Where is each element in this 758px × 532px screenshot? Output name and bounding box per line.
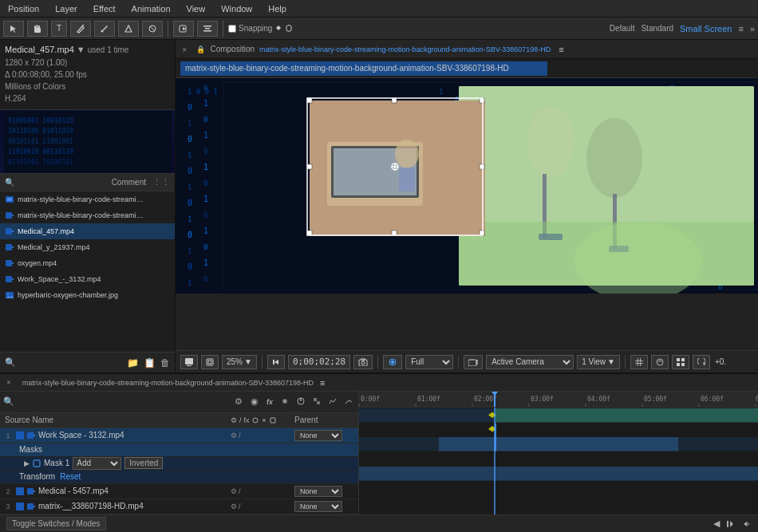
list-item[interactable]: matrix-style-blue-binary-code-streaming-… (0, 191, 175, 207)
mask-mode-select[interactable]: Add Subtract Intersect None (73, 457, 121, 470)
table-row[interactable]: 1 Work Space - 3132.mp4 ⚙ / None (0, 428, 358, 443)
roto-tool[interactable] (142, 21, 163, 37)
resolution-arrow: ▼ (244, 357, 252, 366)
comp-name-input[interactable] (180, 61, 547, 76)
list-item[interactable]: oxygen.mp4 (0, 255, 175, 271)
timeline-tab-close[interactable]: × (6, 378, 11, 387)
view-layout-btn[interactable]: 1 View ▼ (577, 355, 620, 369)
timeline-toolbar-graph-editor[interactable] (326, 396, 339, 408)
track-area (359, 408, 758, 514)
region-of-interest-btn[interactable] (201, 355, 219, 369)
layer-mute-btn[interactable]: / (239, 487, 241, 495)
snapping-checkbox[interactable] (228, 25, 236, 33)
timeline-toolbar-fx[interactable]: fx (264, 396, 275, 408)
menu-help[interactable]: Help (265, 2, 290, 15)
comp-preview-btn[interactable] (180, 355, 198, 369)
list-item[interactable]: hyperbaric-oxygen-chamber.jpg (0, 287, 175, 303)
svg-rect-128 (307, 98, 312, 103)
prev-frame-icon[interactable]: ◀ (713, 518, 720, 529)
timeline-toolbar-curves[interactable] (342, 396, 355, 408)
separator-2 (223, 21, 223, 37)
dropdown-icon[interactable]: ▼ (77, 45, 85, 54)
preview-toggle-btn[interactable] (383, 355, 402, 369)
layer-mute-btn[interactable]: / (239, 502, 241, 510)
keyframe-nav-icon[interactable] (740, 518, 752, 530)
pen-tool[interactable] (70, 21, 91, 37)
timeline-toolbar-motion-blur[interactable] (278, 396, 291, 408)
quality-select[interactable]: Full Half Third Quarter (405, 355, 453, 369)
hand-tool[interactable] (27, 21, 48, 37)
brush-tool[interactable] (94, 21, 115, 37)
table-row[interactable]: 3 matrix-__338607198-HD.mp4 ⚙ / None (0, 499, 358, 514)
main-content: Medical_457.mp4 ▼ used 1 time 1280 x 720… (0, 40, 758, 372)
menu-view[interactable]: View (184, 2, 209, 15)
time-ruler: 0:00f 01:00f 02:00f 03:00f 04:00f 05:00f… (359, 392, 758, 408)
list-item[interactable]: Medical_y_21937.mp4 (0, 239, 175, 255)
resolution-btn[interactable]: 25% ▼ (222, 355, 257, 369)
shape-tool[interactable] (118, 21, 139, 37)
reset-exposure-btn[interactable] (693, 355, 710, 369)
camera-icon-btn[interactable] (464, 355, 483, 369)
comp-flow-btn[interactable] (672, 355, 689, 369)
comp-menu-icon[interactable]: ≡ (559, 45, 563, 54)
go-to-first-keyframe-icon[interactable] (724, 518, 736, 530)
mask-expand-icon[interactable]: ▶ (24, 459, 30, 467)
grid-btn[interactable] (630, 355, 648, 369)
list-item[interactable]: Medical_457.mp4 (0, 223, 175, 239)
icons-col-header: ⚙/fx (231, 416, 294, 424)
table-row[interactable]: 2 Medical - 5457.mp4 ⚙ / None (0, 484, 358, 499)
svg-marker-211 (744, 522, 747, 526)
timeline-content: 🔍 ⚙ ◉ fx (0, 392, 758, 514)
video-icon (5, 258, 14, 268)
timeline-toolbar-solo[interactable]: ◉ (248, 395, 261, 408)
menu-layer[interactable]: Layer (52, 2, 81, 15)
toggle-switches-modes-btn[interactable]: Toggle Switches / Modes (6, 517, 106, 530)
search-timeline-icon[interactable]: 🔍 (3, 396, 14, 407)
timeline-toolbar-blend[interactable] (310, 396, 323, 408)
svg-text:1: 1 (188, 183, 191, 191)
layer-solo-btn[interactable]: ⚙ (231, 502, 237, 510)
camera-view-select[interactable]: Active Camera Top Bottom Front Left (486, 355, 574, 369)
menu-effect[interactable]: Effect (90, 2, 119, 15)
camera-snapshot-btn[interactable] (353, 355, 373, 369)
mask-overlay-btn[interactable] (651, 355, 669, 369)
layer-solo-btn[interactable]: ⚙ (231, 487, 237, 495)
transform-reset-btn[interactable]: Reset (60, 472, 81, 481)
frame-back-btn[interactable] (267, 355, 285, 369)
menu-position[interactable]: Position (5, 2, 42, 15)
new-folder-icon[interactable]: 📁 (127, 357, 139, 368)
timeline-toolbar-draft[interactable] (294, 396, 307, 408)
timeline-toolbar-new-comp[interactable]: ⚙ (232, 395, 245, 408)
close-tab-icon[interactable]: × (182, 45, 187, 54)
list-item[interactable]: Work_Space_-_3132.mp4 (0, 271, 175, 287)
align-btn[interactable] (197, 21, 218, 37)
parent-select[interactable]: None (294, 501, 342, 512)
text-tool[interactable]: T (51, 21, 67, 37)
workspace-standard[interactable]: Standard (641, 24, 673, 33)
search-icon[interactable]: 🔍 (5, 178, 14, 187)
timecode-display[interactable]: 0;00;02;28 (288, 355, 350, 369)
layer-parent: None (294, 430, 358, 441)
svg-rect-142 (187, 365, 191, 366)
transform-row[interactable]: Transform Reset (0, 471, 358, 484)
menu-window[interactable]: Window (218, 2, 255, 15)
project-panel-options[interactable]: ⋮⋮ (152, 177, 170, 187)
delete-icon[interactable]: 🗑 (160, 357, 170, 368)
mask1-row[interactable]: ▶ Mask 1 Add Subtract Intersect None Inv… (0, 457, 358, 471)
parent-select[interactable]: None (294, 486, 342, 497)
preview-btn[interactable] (173, 21, 194, 37)
timeline-menu-icon[interactable]: ≡ (320, 378, 325, 388)
menu-animation[interactable]: Animation (128, 2, 174, 15)
new-comp-icon[interactable]: 📋 (144, 357, 156, 368)
workspace-default[interactable]: Default (610, 24, 635, 33)
layer-solo-btn[interactable]: ⚙ (231, 432, 237, 439)
parent-select[interactable]: None (294, 430, 342, 441)
list-item[interactable]: matrix-style-blue-binary-code-streaming-… (0, 207, 175, 223)
selection-tool[interactable] (3, 21, 24, 37)
inverted-checkbox[interactable]: Inverted (124, 457, 163, 469)
layer-mute-btn[interactable]: / (239, 432, 241, 439)
workspace-small[interactable]: Small Screen (680, 24, 732, 33)
expand-icon[interactable]: » (750, 24, 755, 33)
workspace-menu[interactable]: ≡ (738, 24, 743, 33)
search-project-icon[interactable]: 🔍 (5, 357, 16, 368)
